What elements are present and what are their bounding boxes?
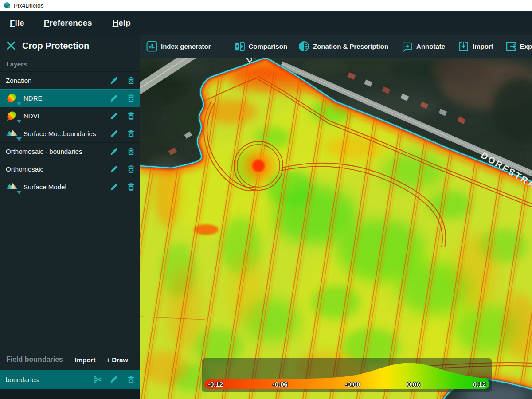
cut-boundary-button[interactable] [93, 375, 103, 384]
layer-label: Zonation [6, 77, 109, 84]
map-viewport[interactable]: DORFSTRASSE DO -0.12 -0.06 -0.00 0.06 0.… [140, 58, 532, 399]
layer-label: Orthomosaic - boundaries [6, 148, 109, 155]
tool-label: Import [473, 43, 493, 50]
annotate-button[interactable]: Annotate [402, 41, 445, 52]
layer-row-orthomosaic[interactable]: Orthomosaic [0, 160, 140, 178]
index-generator-icon [146, 41, 157, 52]
import-boundaries-button[interactable]: Import [75, 356, 96, 364]
export-icon [505, 41, 516, 52]
layer-label: NDRE [23, 94, 109, 102]
layers-heading: Layers [0, 57, 140, 71]
delete-layer-button[interactable] [126, 182, 136, 192]
edit-layer-button[interactable] [109, 147, 119, 156]
edit-layer-button[interactable] [109, 111, 119, 121]
zonation-prescription-icon [298, 41, 309, 52]
layers-sidebar: Crop Protection Layers Zonation [0, 35, 140, 399]
layer-row-ndvi[interactable]: NDVI [0, 107, 140, 125]
tool-label: Comparison [249, 43, 288, 50]
layer-row-zonation[interactable]: Zonation [0, 71, 140, 89]
sidebar-footer [0, 389, 140, 399]
delete-layer-button[interactable] [126, 129, 136, 139]
tool-label: Zonation & Prescription [313, 43, 388, 50]
sidebar-spacer [0, 196, 140, 349]
field-boundaries-heading: Field boundaries [6, 356, 64, 364]
delete-layer-button[interactable] [126, 147, 136, 156]
map-toolbar: Index generator Comparison Zonation & [140, 35, 532, 58]
edit-layer-button[interactable] [109, 94, 119, 103]
import-button[interactable]: Import [458, 41, 493, 52]
field-boundaries-header: Field boundaries Import + Draw [0, 349, 140, 370]
sidebar-header: Crop Protection [0, 35, 140, 57]
draw-boundaries-button[interactable]: + Draw [106, 356, 128, 364]
boundary-row-boundaries[interactable]: boundaries [0, 370, 140, 389]
menu-help[interactable]: Help [113, 18, 131, 28]
project-title: Crop Protection [22, 41, 89, 51]
tool-label: Index generator [161, 43, 211, 50]
index-generator-button[interactable]: Index generator [146, 41, 211, 52]
layer-row-ndre[interactable]: NDRE [0, 89, 140, 107]
comparison-button[interactable]: Comparison [234, 41, 288, 52]
map-canvas[interactable]: DORFSTRASSE DO [140, 58, 532, 399]
app-title: Pix4Dfields [14, 2, 44, 9]
import-icon [458, 41, 469, 52]
index-scale-panel[interactable]: -0.12 -0.06 -0.00 0.06 0.12 [202, 358, 492, 392]
scale-tick-4: 0.06 [407, 380, 420, 389]
close-icon[interactable] [6, 41, 16, 51]
menu-bar: File Preferences Help [0, 11, 532, 35]
layer-label: NDVI [23, 112, 109, 120]
delete-layer-button[interactable] [126, 76, 136, 86]
scale-tick-max: 0.12 [473, 380, 486, 389]
edit-boundary-button[interactable] [109, 375, 119, 384]
app-logo-icon [3, 2, 11, 9]
tool-label: Export [520, 43, 532, 50]
delete-layer-button[interactable] [126, 111, 136, 121]
crop-circle-feature [234, 141, 283, 190]
edit-layer-button[interactable] [109, 182, 119, 192]
zonation-prescription-button[interactable]: Zonation & Prescription [298, 41, 388, 52]
layer-label: Surface Model [23, 183, 109, 191]
comparison-icon [234, 41, 245, 52]
delete-layer-button[interactable] [126, 164, 136, 174]
surface-icon [6, 129, 17, 139]
delete-layer-button[interactable] [126, 94, 136, 103]
layer-row-orthomosaic-boundaries[interactable]: Orthomosaic - boundaries [0, 142, 140, 160]
surface-icon [6, 182, 17, 192]
scale-tick-min: -0.12 [208, 380, 223, 389]
edit-layer-button[interactable] [109, 76, 119, 86]
scale-tick-2: -0.06 [273, 380, 288, 389]
window-titlebar: Pix4Dfields [0, 0, 532, 11]
leaf-icon [6, 93, 17, 104]
menu-preferences[interactable]: Preferences [44, 18, 92, 28]
edit-layer-button[interactable] [109, 129, 119, 139]
layer-label: Surface Mo...boundaries [23, 130, 109, 137]
boundary-label: boundaries [6, 376, 93, 383]
layer-label: Orthomosaic [6, 165, 109, 173]
layer-row-surface-model-boundaries[interactable]: Surface Mo...boundaries [0, 125, 140, 142]
leaf-icon [6, 111, 17, 121]
scale-tick-mid: -0.00 [345, 380, 360, 389]
export-button[interactable]: Export [505, 41, 532, 52]
menu-file[interactable]: File [10, 18, 24, 28]
tool-label: Annotate [416, 43, 445, 50]
edit-layer-button[interactable] [109, 164, 119, 174]
layer-row-surface-model[interactable]: Surface Model [0, 178, 140, 196]
histogram-curve [204, 360, 489, 379]
annotate-icon [402, 41, 413, 52]
delete-boundary-button[interactable] [126, 375, 136, 384]
